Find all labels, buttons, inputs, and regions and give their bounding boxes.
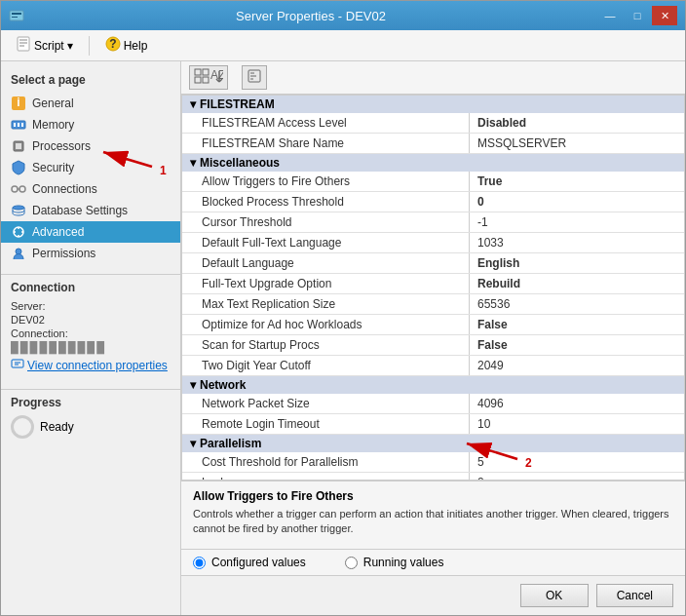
svg-rect-1 [12,13,21,15]
script-label: Script [34,39,64,53]
script-icon [16,36,31,55]
running-values-option[interactable]: Running values [345,556,444,569]
collapse-icon-miscellaneous[interactable]: ▾ [190,156,196,170]
sidebar-item-general[interactable]: i General [1,93,180,114]
sidebar-item-connections[interactable]: Connections [1,178,180,200]
select-page-title: Select a page [1,69,180,93]
prop-value-filestream-access-level: Disabled [470,113,684,133]
running-values-radio[interactable] [345,557,358,569]
sidebar-item-general-label: General [32,96,74,110]
table-row: Max Text Replication Size 65536 [182,294,684,315]
table-row: Blocked Process Threshold 0 [182,192,684,212]
server-properties-window: Server Properties - DEV02 — □ ✕ Script ▾… [0,0,686,616]
progress-status-row: Ready [11,415,171,439]
server-value: DEV02 [11,314,171,326]
sidebar-item-permissions[interactable]: Permissions [1,243,180,264]
sidebar-item-processors[interactable]: Processors [1,135,180,157]
filestream-section-title: FILESTREAM [200,97,275,111]
network-section-title: Network [200,378,246,392]
prop-name-default-language: Default Language [182,253,470,273]
progress-spinner [11,415,34,439]
configured-values-option[interactable]: Configured values [193,556,306,569]
minimize-button[interactable]: — [597,6,623,25]
configured-values-label: Configured values [211,556,306,569]
sidebar-item-security[interactable]: Security [1,157,180,178]
table-row: Cursor Threshold -1 [182,212,684,233]
sort-az-button[interactable]: AZ [189,65,228,90]
svg-rect-2 [12,17,18,18]
sidebar-item-database-settings[interactable]: Database Settings [1,200,180,221]
prop-name-optimize-adhoc: Optimize for Ad hoc Workloads [182,315,470,334]
link-icon [11,357,24,373]
properties-button[interactable] [242,65,267,90]
ok-button[interactable]: OK [520,584,589,607]
sidebar-item-connections-label: Connections [32,182,97,196]
connection-title: Connection [11,281,171,294]
svg-text:i: i [17,96,19,109]
sidebar-item-memory[interactable]: Memory [1,114,180,135]
connections-icon [11,181,26,197]
property-table[interactable]: ▾ FILESTREAM FILESTREAM Access Level Dis… [181,95,685,481]
prop-name-cost-threshold: Cost Threshold for Parallelism [182,452,470,472]
progress-section: Progress Ready [1,389,180,444]
svg-rect-16 [16,143,21,149]
sidebar-item-advanced[interactable]: Advanced [1,221,180,243]
table-row: Cost Threshold for Parallelism 5 [182,452,684,473]
script-button[interactable]: Script ▾ [9,33,80,58]
svg-text:?: ? [109,37,116,51]
svg-rect-32 [195,77,201,83]
prop-value-two-digit-year: 2049 [470,356,684,375]
parallelism-section-header: ▾ Parallelism [182,435,684,452]
prop-value-locks: 0 [470,473,684,481]
svg-rect-14 [21,123,23,127]
prop-value-cost-threshold: 5 [470,452,684,472]
maximize-button[interactable]: □ [625,6,650,25]
help-label: Help [124,39,148,53]
sidebar: Select a page i General Memory Processor… [1,61,181,615]
sidebar-item-memory-label: Memory [32,118,74,132]
prop-name-max-text-replication: Max Text Replication Size [182,294,470,314]
parallelism-section-title: Parallelism [200,437,261,450]
prop-name-filestream-share-name: FILESTREAM Share Name [182,134,470,153]
prop-value-default-language: English [470,253,684,273]
prop-value-scan-startup: False [470,335,684,355]
security-icon [11,160,26,175]
prop-value-fulltext-upgrade: Rebuild [470,274,684,293]
svg-rect-31 [203,69,209,75]
toolbar-separator [89,36,90,56]
view-connection-properties-link[interactable]: View connection properties [11,357,171,373]
svg-rect-27 [12,360,23,367]
description-area: Allow Triggers to Fire Others Controls w… [181,481,685,549]
description-text: Controls whether a trigger can perform a… [193,507,673,537]
help-button[interactable]: ? Help [98,33,155,58]
collapse-icon-parallelism[interactable]: ▾ [190,437,196,450]
server-label-text: Server: [11,300,171,312]
cancel-button[interactable]: Cancel [596,584,673,607]
prop-name-cursor-threshold: Cursor Threshold [182,212,470,232]
configured-values-radio[interactable] [193,557,206,569]
sidebar-item-security-label: Security [32,161,74,174]
prop-value-blocked-process: 0 [470,192,684,212]
prop-value-remote-login-timeout: 10 [470,414,684,434]
collapse-icon-filestream[interactable]: ▾ [190,97,196,111]
prop-name-scan-startup: Scan for Startup Procs [182,335,470,355]
collapse-icon-network[interactable]: ▾ [190,378,196,392]
network-section-header: ▾ Network [182,376,684,394]
close-button[interactable]: ✕ [652,6,677,25]
prop-value-max-text-replication: 65536 [470,294,684,314]
button-bar: OK Cancel [181,575,685,615]
prop-name-fulltext-upgrade: Full-Text Upgrade Option [182,274,470,293]
prop-name-blocked-process: Blocked Process Threshold [182,192,470,212]
main-toolbar: Script ▾ ? Help [1,30,685,61]
sidebar-item-advanced-label: Advanced [32,225,84,239]
help-icon: ? [105,36,121,55]
prop-value-allow-triggers: True [470,172,684,191]
prop-name-filestream-access-level: FILESTREAM Access Level [182,113,470,133]
window-controls: — □ ✕ [597,6,677,25]
general-icon: i [11,96,26,111]
prop-name-default-fulltext-lang: Default Full-Text Language [182,233,470,252]
database-icon [11,203,26,218]
svg-point-18 [19,186,25,192]
content-area: AZ ▾ FILESTREAM FILESTREAM Access Lev [181,61,685,615]
svg-rect-33 [203,77,209,83]
